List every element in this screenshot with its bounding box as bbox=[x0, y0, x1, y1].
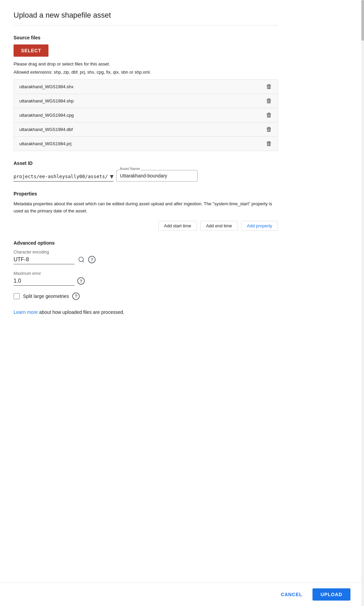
file-item: uttarakhand_WGS1984.shp 🗑 bbox=[14, 94, 278, 108]
scrollbar-track[interactable] bbox=[361, 0, 364, 606]
file-item: uttarakhand_WGS1984.dbf 🗑 bbox=[14, 122, 278, 137]
learn-more-link[interactable]: Learn more bbox=[14, 309, 38, 315]
delete-icon[interactable]: 🗑 bbox=[266, 97, 272, 105]
select-button[interactable]: SELECT bbox=[14, 44, 48, 57]
asset-id-label: Asset ID bbox=[14, 160, 278, 166]
file-name: uttarakhand_WGS1984.shx bbox=[19, 84, 74, 89]
dropdown-arrow-icon[interactable]: ▼ bbox=[110, 173, 114, 180]
maximum-error-group: Maximum error ? bbox=[14, 271, 278, 286]
file-name: uttarakhand_WGS1984.prj bbox=[19, 141, 72, 146]
asset-name-wrapper: Asset Name bbox=[116, 170, 198, 182]
file-item: uttarakhand_WGS1984.shx 🗑 bbox=[14, 80, 278, 94]
source-files-section: Source files SELECT Please drag and drop… bbox=[14, 35, 278, 151]
advanced-options-label: Advanced options bbox=[14, 240, 278, 246]
character-encoding-help-icon: ? bbox=[88, 256, 96, 263]
maximum-error-input[interactable] bbox=[14, 277, 75, 286]
character-encoding-input[interactable] bbox=[14, 255, 75, 264]
maximum-error-row: ? bbox=[14, 277, 278, 286]
advanced-options-section: Advanced options Character encoding ? Ma… bbox=[14, 240, 278, 300]
page-title: Upload a new shapefile asset bbox=[14, 11, 278, 20]
title-divider bbox=[14, 25, 278, 25]
properties-description: Metadata properties about the asset whic… bbox=[14, 201, 278, 215]
search-icon-button[interactable] bbox=[77, 255, 85, 264]
file-name: uttarakhand_WGS1984.dbf bbox=[19, 127, 73, 132]
character-encoding-label: Character encoding bbox=[14, 250, 278, 254]
drag-drop-line2: Allowed extensions: shp, zip, dbf, prj, … bbox=[14, 69, 278, 76]
property-buttons: Add start time Add end time Add property bbox=[14, 221, 278, 231]
learn-more-suffix: about how uploaded files are processed. bbox=[38, 309, 124, 315]
add-end-time-button[interactable]: Add end time bbox=[200, 221, 238, 231]
search-icon bbox=[78, 256, 85, 263]
properties-section: Properties Metadata properties about the… bbox=[14, 191, 278, 231]
asset-path-text: projects/ee-ashleysally00/assets/ bbox=[14, 174, 108, 179]
file-item: uttarakhand_WGS1984.prj 🗑 bbox=[14, 137, 278, 151]
delete-icon[interactable]: 🗑 bbox=[266, 83, 272, 90]
delete-icon[interactable]: 🗑 bbox=[266, 112, 272, 119]
asset-id-section: Asset ID projects/ee-ashleysally00/asset… bbox=[14, 160, 278, 182]
cancel-button[interactable]: CANCEL bbox=[275, 588, 308, 601]
file-list: uttarakhand_WGS1984.shx 🗑 uttarakhand_WG… bbox=[14, 79, 278, 151]
split-geometries-row: Split large geometries ? bbox=[14, 292, 278, 300]
svg-line-1 bbox=[83, 261, 84, 262]
file-item: uttarakhand_WGS1984.cpg 🗑 bbox=[14, 108, 278, 122]
character-encoding-group: Character encoding ? bbox=[14, 250, 278, 264]
bottom-bar: CANCEL UPLOAD bbox=[0, 583, 364, 606]
add-start-time-button[interactable]: Add start time bbox=[158, 221, 197, 231]
asset-id-row: projects/ee-ashleysally00/assets/ ▼ Asse… bbox=[14, 170, 278, 182]
asset-name-input[interactable] bbox=[116, 170, 198, 182]
add-property-button[interactable]: Add property bbox=[241, 221, 278, 231]
delete-icon[interactable]: 🗑 bbox=[266, 140, 272, 147]
svg-point-0 bbox=[79, 257, 83, 262]
scrollbar-thumb[interactable] bbox=[361, 0, 364, 41]
split-geometries-label: Split large geometries bbox=[23, 293, 69, 299]
asset-name-label: Asset Name bbox=[119, 167, 141, 171]
asset-path[interactable]: projects/ee-ashleysally00/assets/ ▼ bbox=[14, 173, 114, 182]
maximum-error-label: Maximum error bbox=[14, 271, 278, 276]
delete-icon[interactable]: 🗑 bbox=[266, 126, 272, 133]
learn-more-section: Learn more about how uploaded files are … bbox=[14, 309, 278, 315]
file-name: uttarakhand_WGS1984.shp bbox=[19, 98, 74, 103]
maximum-error-help-icon: ? bbox=[77, 277, 85, 285]
split-geometries-help-icon: ? bbox=[72, 292, 80, 300]
properties-label: Properties bbox=[14, 191, 278, 196]
split-geometries-checkbox[interactable] bbox=[14, 293, 20, 299]
character-encoding-row: ? bbox=[14, 255, 278, 264]
file-name: uttarakhand_WGS1984.cpg bbox=[19, 113, 74, 118]
source-files-label: Source files bbox=[14, 35, 278, 40]
drag-drop-line1: Please drag and drop or select files for… bbox=[14, 61, 278, 68]
upload-button[interactable]: UPLOAD bbox=[312, 588, 350, 601]
